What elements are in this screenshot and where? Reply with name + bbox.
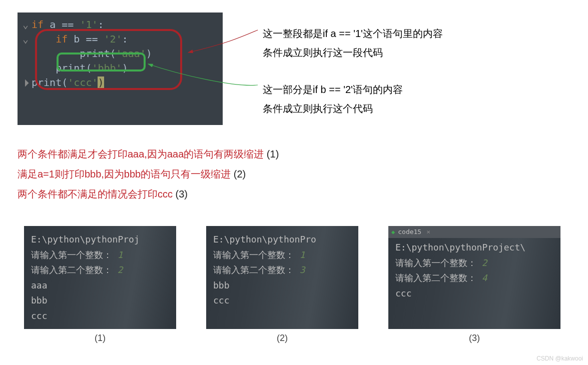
caption-2: (2) [277,333,288,344]
console3-path: E:\python\pythonProject\ [395,240,553,256]
close-icon: × [426,226,430,238]
note-2: 满足a=1则打印bbb,因为bbb的语句只有一级缩进 [18,168,231,180]
watermark: CSDN @kakwooi [536,355,583,362]
code-block-top: ⌄if a == '1': ⌄ if b == '2': print('aaa'… [18,12,223,125]
annotation-red: 这一整段都是if a == '1'这个语句里的内容 条件成立则执行这一段代码 [263,24,443,62]
annotation-green: 这一部分是if b == '2'语句的内容 条件成立则执行这个代码 [263,80,403,118]
console-row: E:\python\pythonProj 请输入第一个整数： 1 请输入第二个整… [24,226,560,344]
annotation-green-l1: 这一部分是if b == '2'语句的内容 [263,80,403,99]
code-line-4: print('bbb') [23,61,223,76]
console2-path: E:\python\pythonPro [213,232,351,248]
annotation-green-l2: 条件成立则执行这个代码 [263,99,403,118]
note-1: 两个条件都满足才会打印aaa,因为aaa的语句有两级缩进 [18,148,264,160]
caption-3: (3) [469,333,480,344]
tab-bar: ◆ code15 × [388,226,560,238]
keyword-if: if [32,18,44,30]
explanation-notes: 两个条件都满足才会打印aaa,因为aaa的语句有两级缩进 (1) 满足a=1则打… [18,144,279,204]
python-file-icon: ◆ [391,227,395,237]
annotation-red-l2: 条件成立则执行这一段代码 [263,43,443,62]
tab-label: code15 [398,226,421,238]
console-2: E:\python\pythonPro 请输入第一个整数： 1 请输入第二个整数… [206,226,358,329]
code-line-5: ⏵print('ccc') [23,76,223,90]
code-line-3: print('aaa') [23,46,223,61]
console-3: ◆ code15 × E:\python\pythonProject\ 请输入第… [388,226,560,329]
console1-path: E:\python\pythonProj [31,232,169,248]
note-3: 两个条件都不满足的情况会打印ccc [18,188,173,200]
caption-1: (1) [95,333,106,344]
annotation-red-l1: 这一整段都是if a == '1'这个语句里的内容 [263,24,443,43]
code-line-1: ⌄if a == '1': [23,18,223,32]
console-1: E:\python\pythonProj 请输入第一个整数： 1 请输入第二个整… [24,226,176,329]
code-line-2: ⌄ if b == '2': [23,32,223,46]
